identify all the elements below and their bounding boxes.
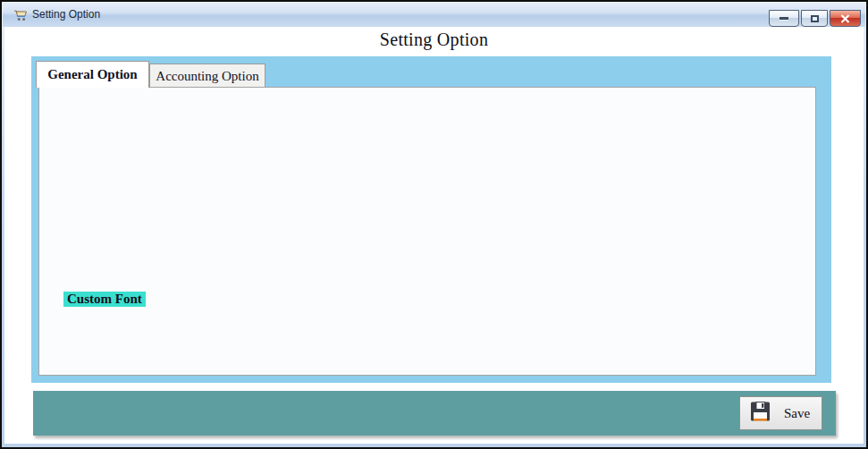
shopping-cart-icon [13,7,29,22]
tab-accounting-option[interactable]: Accounting Option [149,64,265,88]
floppy-disk-icon [750,401,771,426]
setting-option-window: Setting Option Setting Option General Op… [0,0,868,449]
maximize-icon [811,15,819,22]
custom-font-group-legend: Custom Font [63,292,146,307]
general-option-panel [38,87,816,376]
maximize-button[interactable] [801,10,828,27]
titlebar[interactable]: Setting Option [3,3,865,27]
close-icon [840,14,850,23]
window-title: Setting Option [32,8,100,21]
page-title: Setting Option [0,30,868,50]
footer-bar [33,391,836,436]
tab-control: General Option Accounting Option [31,56,831,383]
minimize-icon [780,17,788,20]
minimize-button[interactable] [769,10,799,27]
tab-general-option[interactable]: General Option [36,61,149,88]
close-button[interactable] [830,10,861,27]
save-button-label: Save [784,406,810,421]
save-button[interactable]: Save [739,396,822,430]
